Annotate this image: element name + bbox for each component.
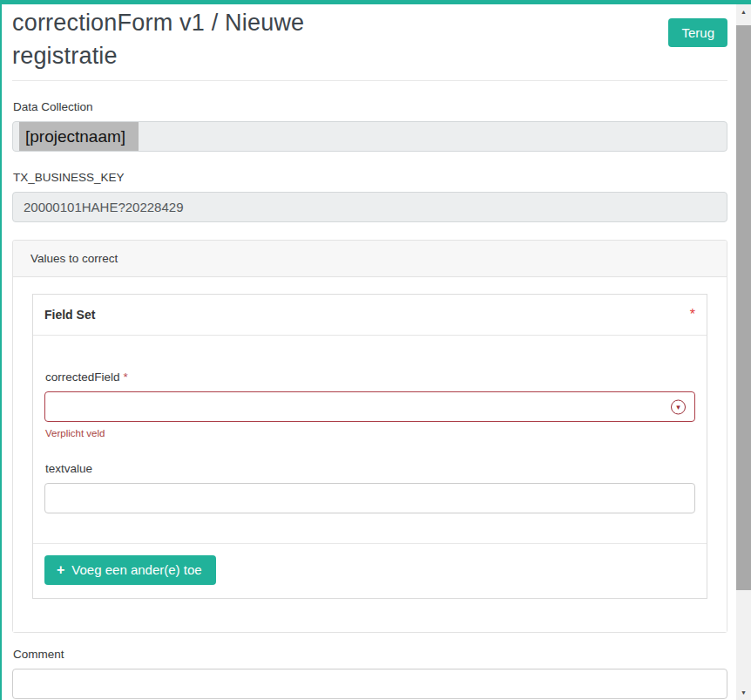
page-title: correctionForm v1 / Nieuwe registratie [12, 6, 387, 72]
page-header: correctionForm v1 / Nieuwe registratie T… [12, 4, 727, 81]
tx-business-key-field: 20000101HAHE?20228429 [12, 192, 727, 222]
validation-message: Verplicht veld [45, 428, 695, 438]
correction-form-page: correctionForm v1 / Nieuwe registratie T… [0, 0, 751, 700]
corrected-field-required-asterisk: * [124, 370, 128, 384]
comment-label: Comment [13, 648, 727, 661]
field-set-header: Field Set * [33, 295, 707, 336]
circle-caret-down-icon[interactable]: ▾ [671, 399, 686, 414]
field-set-body: correctedField* ▾ Verplicht veld textval… [33, 336, 707, 543]
field-set-title: Field Set [44, 308, 95, 322]
add-another-button[interactable]: + Voeg een ander(e) toe [44, 555, 216, 585]
field-set-footer: + Voeg een ander(e) toe [33, 543, 707, 598]
textvalue-label: textvalue [45, 462, 695, 475]
values-to-correct-panel-body: Field Set * correctedField* ▾ Verplicht … [13, 277, 727, 632]
scroll-up-icon[interactable]: ▲ [736, 4, 751, 19]
textvalue-input[interactable] [44, 483, 695, 513]
vertical-scrollbar[interactable]: ▲ ▼ [736, 4, 751, 700]
add-another-button-label: Voeg een ander(e) toe [71, 562, 201, 577]
tx-business-key-value: 20000101HAHE?20228429 [24, 200, 184, 214]
scrollbar-thumb[interactable] [736, 25, 751, 590]
comment-group: Comment [12, 648, 727, 699]
top-accent-border [0, 0, 751, 4]
corrected-field-input-wrap: ▾ [44, 391, 695, 422]
field-set-panel: Field Set * correctedField* ▾ Verplicht … [32, 294, 707, 599]
values-to-correct-panel: Values to correct Field Set * correctedF… [12, 240, 727, 633]
plus-icon: + [57, 563, 64, 577]
data-collection-group: Data Collection [projectnaam] [12, 100, 727, 152]
tx-business-key-group: TX_BUSINESS_KEY 20000101HAHE?20228429 [12, 171, 727, 222]
comment-input[interactable] [12, 669, 727, 699]
data-collection-label: Data Collection [13, 100, 727, 113]
values-to-correct-panel-header: Values to correct [13, 241, 727, 277]
form-content: correctionForm v1 / Nieuwe registratie T… [2, 4, 736, 699]
textvalue-group: textvalue [44, 462, 695, 513]
tx-business-key-label: TX_BUSINESS_KEY [13, 171, 727, 184]
data-collection-field: [projectnaam] [12, 121, 727, 152]
data-collection-value: [projectnaam] [19, 122, 139, 151]
corrected-field-input[interactable] [44, 391, 695, 422]
corrected-field-label: correctedField* [45, 370, 695, 384]
back-button[interactable]: Terug [668, 18, 727, 47]
corrected-field-group: correctedField* ▾ Verplicht veld [44, 370, 695, 438]
field-set-required-asterisk: * [690, 309, 695, 321]
left-accent-border [0, 4, 2, 700]
scroll-down-icon[interactable]: ▼ [736, 685, 751, 700]
